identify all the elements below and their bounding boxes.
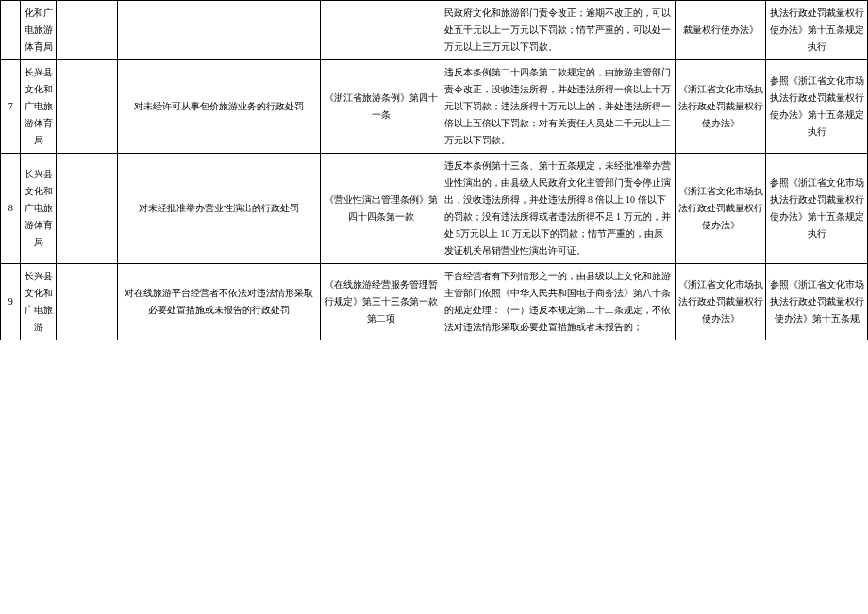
cell-basis: 《营业性演出管理条例》第四十四条第一款 <box>320 154 442 264</box>
cell-idx: 7 <box>1 60 21 154</box>
cell-idx <box>1 1 21 60</box>
table-row: 化和广电旅游体育局 民政府文化和旅游部门责令改正；逾期不改正的，可以处五千元以上… <box>1 1 868 60</box>
regulation-table: 化和广电旅游体育局 民政府文化和旅游部门责令改正；逾期不改正的，可以处五千元以上… <box>0 0 868 340</box>
cell-detail: 违反本条例第二十四条第二款规定的，由旅游主管部门责令改正，没收违法所得，并处违法… <box>442 60 675 154</box>
cell-exec: 执法行政处罚裁量权行使办法》第十五条规定执行 <box>766 1 868 60</box>
cell-blank <box>57 154 117 264</box>
cell-idx: 9 <box>1 264 21 340</box>
cell-exec: 参照《浙江省文化市场执法行政处罚裁量权行使办法》第十五条规定执行 <box>766 154 868 264</box>
cell-dept: 长兴县文化和广电旅游体育局 <box>21 60 57 154</box>
cell-ref: 裁量权行使办法》 <box>675 1 766 60</box>
cell-blank <box>57 264 117 340</box>
cell-blank <box>57 1 117 60</box>
cell-action: 对在线旅游平台经营者不依法对违法情形采取必要处置措施或未报告的行政处罚 <box>117 264 320 340</box>
cell-dept: 长兴县文化和广电旅游 <box>21 264 57 340</box>
cell-action: 对未经许可从事包价旅游业务的行政处罚 <box>117 60 320 154</box>
cell-dept: 化和广电旅游体育局 <box>21 1 57 60</box>
table-row: 7 长兴县文化和广电旅游体育局 对未经许可从事包价旅游业务的行政处罚 《浙江省旅… <box>1 60 868 154</box>
cell-ref: 《浙江省文化市场执法行政处罚裁量权行使办法》 <box>675 264 766 340</box>
cell-detail: 民政府文化和旅游部门责令改正；逾期不改正的，可以处五千元以上一万元以下罚款；情节… <box>442 1 675 60</box>
cell-ref: 《浙江省文化市场执法行政处罚裁量权行使办法》 <box>675 60 766 154</box>
cell-ref: 《浙江省文化市场执法行政处罚裁量权行使办法》 <box>675 154 766 264</box>
cell-dept: 长兴县文化和广电旅游体育局 <box>21 154 57 264</box>
cell-basis: 《在线旅游经营服务管理暂行规定》第三十三条第一款第二项 <box>320 264 442 340</box>
cell-detail: 违反本条例第十三条、第十五条规定，未经批准举办营业性演出的，由县级人民政府文化主… <box>442 154 675 264</box>
cell-action: 对未经批准举办营业性演出的行政处罚 <box>117 154 320 264</box>
cell-detail: 平台经营者有下列情形之一的，由县级以上文化和旅游主管部门依照《中华人民共和国电子… <box>442 264 675 340</box>
cell-idx: 8 <box>1 154 21 264</box>
cell-blank <box>57 60 117 154</box>
cell-exec: 参照《浙江省文化市场执法行政处罚裁量权行使办法》第十五条规 <box>766 264 868 340</box>
cell-action <box>117 1 320 60</box>
table-row: 9 长兴县文化和广电旅游 对在线旅游平台经营者不依法对违法情形采取必要处置措施或… <box>1 264 868 340</box>
cell-basis <box>320 1 442 60</box>
table-row: 8 长兴县文化和广电旅游体育局 对未经批准举办营业性演出的行政处罚 《营业性演出… <box>1 154 868 264</box>
cell-basis: 《浙江省旅游条例》第四十一条 <box>320 60 442 154</box>
cell-exec: 参照《浙江省文化市场执法行政处罚裁量权行使办法》第十五条规定执行 <box>766 60 868 154</box>
